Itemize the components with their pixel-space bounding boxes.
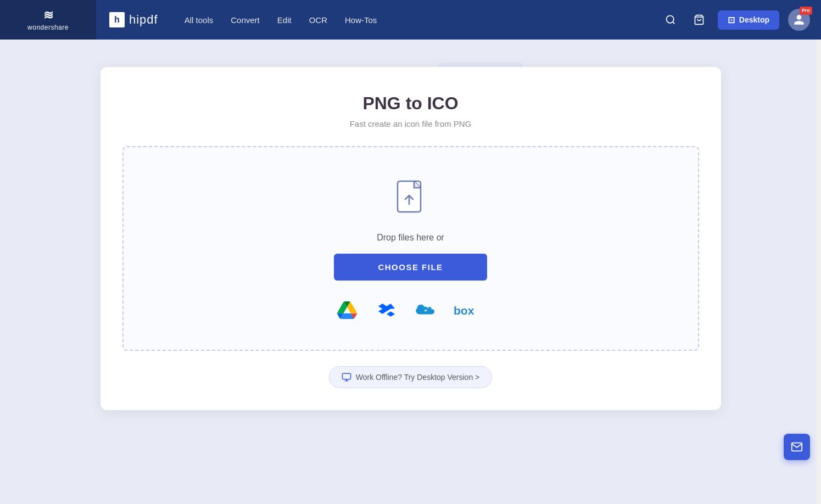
google-drive-button[interactable] — [335, 298, 359, 322]
svg-text:box: box — [454, 304, 474, 317]
google-drive-icon — [337, 301, 357, 319]
nav-edit[interactable]: Edit — [277, 15, 292, 25]
desktop-icon: ⊡ — [728, 15, 735, 25]
nav-ocr[interactable]: OCR — [309, 15, 327, 25]
navbar: ≋ wondershare h hipdf All tools Convert … — [0, 0, 821, 40]
box-button[interactable]: box — [454, 298, 487, 322]
svg-rect-26 — [342, 373, 350, 379]
onedrive-button[interactable] — [414, 298, 438, 322]
hipdf-square: h — [109, 12, 125, 27]
cart-icon — [694, 14, 705, 25]
desktop-small-icon — [342, 372, 351, 382]
upload-area: Drop files here or CHOOSE FILE — [122, 146, 699, 351]
nav-how-tos[interactable]: How-Tos — [345, 15, 377, 25]
page-title: PNG to ICO — [122, 93, 699, 114]
offline-banner[interactable]: Work Offline? Try Desktop Version > — [329, 366, 493, 388]
upload-icon — [393, 180, 428, 222]
nav-links: All tools Convert Edit OCR How-Tos — [185, 15, 661, 25]
nav-all-tools[interactable]: All tools — [185, 15, 214, 25]
scrollbar-track[interactable] — [817, 0, 821, 504]
avatar-icon — [793, 14, 805, 26]
drop-files-text: Drop files here or — [377, 233, 444, 243]
choose-file-button[interactable]: CHOOSE FILE — [334, 254, 487, 281]
search-button[interactable] — [661, 10, 680, 30]
cart-button[interactable] — [689, 10, 709, 30]
mail-icon — [791, 441, 803, 453]
search-icon — [665, 14, 676, 25]
wondershare-icon: ≋ — [43, 8, 53, 23]
mail-fab-button[interactable] — [784, 434, 810, 460]
file-upload-icon — [393, 180, 428, 220]
pro-badge: Pro — [800, 7, 812, 15]
hipdf-letter: h — [114, 15, 120, 25]
nav-convert[interactable]: Convert — [231, 15, 260, 25]
nav-actions: ⊡ Desktop Pro — [661, 9, 810, 31]
svg-point-0 — [666, 16, 673, 23]
avatar-wrap: Pro — [788, 9, 810, 31]
dropbox-button[interactable] — [375, 298, 399, 322]
desktop-button[interactable]: ⊡ Desktop — [718, 10, 779, 30]
hipdf-logo[interactable]: h hipdf — [109, 12, 158, 27]
dropbox-icon — [378, 302, 395, 318]
cloud-icons: box — [335, 298, 487, 322]
wondershare-label: wondershare — [27, 24, 69, 31]
offline-text: Work Offline? Try Desktop Version > — [356, 373, 480, 382]
page-subtitle: Fast create an icon file from PNG — [122, 119, 699, 128]
box-icon: box — [454, 303, 487, 318]
brand-logo: ≋ — [43, 8, 53, 23]
desktop-label: Desktop — [739, 15, 769, 24]
hipdf-text: hipdf — [129, 13, 158, 27]
main-card: PNG to ICO Fast create an icon file from… — [100, 67, 721, 410]
onedrive-icon — [416, 303, 437, 317]
brand-section: ≋ wondershare — [0, 0, 96, 40]
